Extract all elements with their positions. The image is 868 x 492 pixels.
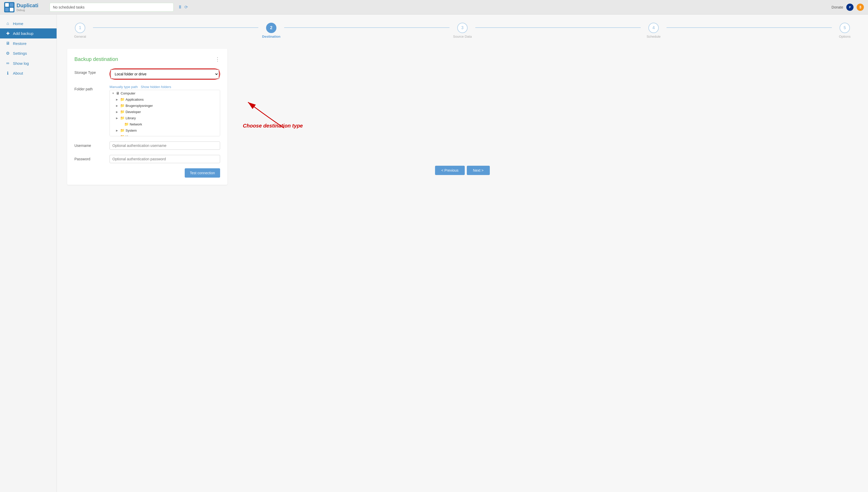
- folder-icon-library: 📁: [120, 116, 124, 120]
- step-label-source: Source Data: [453, 34, 472, 39]
- password-input[interactable]: [110, 155, 220, 163]
- next-button[interactable]: Next >: [467, 166, 490, 175]
- step-label-destination: Destination: [262, 34, 281, 39]
- tree-label-computer: Computer: [121, 91, 135, 95]
- folder-path-control: Manually type path Show hidden folders ▼…: [110, 85, 220, 136]
- home-icon: ⌂: [5, 21, 10, 26]
- step-label-options: Options: [839, 34, 851, 39]
- add-icon: ✚: [5, 31, 10, 36]
- step-label-general: General: [74, 34, 86, 39]
- status-text: No scheduled tasks: [53, 5, 85, 9]
- previous-button[interactable]: < Previous: [435, 166, 465, 175]
- tree-item-network[interactable]: 📁 Network: [110, 121, 220, 127]
- log-icon: ∞: [5, 61, 10, 66]
- tree-label-developer: Developer: [125, 110, 141, 114]
- logo-area: Duplicati Debug: [4, 2, 45, 13]
- sidebar-label-show-log: Show log: [13, 61, 29, 66]
- tree-item-developer[interactable]: ▶ 📁 Developer: [110, 109, 220, 115]
- svg-rect-3: [5, 8, 9, 11]
- step-circle-1: 1: [75, 23, 85, 33]
- test-connection-button[interactable]: Test connection: [185, 168, 220, 178]
- username-label: Username: [74, 142, 105, 148]
- storage-select-highlight: Local folder or driveFTPSFTP (SSH)WebDAV…: [110, 68, 220, 80]
- step-destination: 2 Destination: [258, 23, 284, 39]
- tree-label-users: Users: [125, 135, 134, 137]
- storage-type-control: Local folder or driveFTPSFTP (SSH)WebDAV…: [110, 68, 220, 80]
- sidebar-label-home: Home: [13, 21, 23, 26]
- tree-label-system: System: [125, 128, 137, 132]
- svg-rect-1: [5, 3, 9, 7]
- sidebar-label-settings: Settings: [13, 51, 27, 55]
- sidebar-item-home[interactable]: ⌂ Home: [0, 19, 56, 28]
- step-connector-1: [93, 27, 258, 28]
- tree-item-computer[interactable]: ▼ 🖥 Computer: [110, 90, 220, 96]
- paypal-icon[interactable]: P: [846, 4, 853, 11]
- card-header: Backup destination ⋮: [74, 56, 220, 62]
- tree-arrow-system: ▶: [116, 129, 119, 132]
- tree-label-network: Network: [130, 122, 142, 126]
- storage-type-label: Storage Type: [74, 68, 105, 75]
- step-general: 1 General: [67, 23, 93, 39]
- tree-label-brugeroplysninger: Brugeroplysninger: [125, 104, 153, 108]
- sidebar-item-show-log[interactable]: ∞ Show log: [0, 58, 56, 68]
- header-controls: ⏸ ⟳: [178, 4, 188, 10]
- sidebar-label-about: About: [13, 71, 23, 75]
- spinner-icon: ⟳: [184, 5, 188, 9]
- folder-tree[interactable]: ▼ 🖥 Computer ▶ 📁 Applications ▶ 📁: [110, 90, 220, 136]
- sidebar-label-add-backup: Add backup: [13, 31, 33, 35]
- tree-item-library[interactable]: ▶ 📁 Library: [110, 115, 220, 121]
- step-connector-4: [666, 27, 832, 28]
- backup-destination-card: Backup destination ⋮ Storage Type Local …: [67, 49, 227, 185]
- svg-rect-2: [10, 3, 14, 7]
- app-logo-icon: [4, 2, 15, 13]
- bitcoin-icon[interactable]: ₿: [857, 4, 864, 11]
- more-options-icon[interactable]: ⋮: [215, 56, 220, 62]
- tree-arrow-bruger: ▶: [116, 104, 119, 107]
- step-circle-4: 4: [649, 23, 659, 33]
- folder-icon-network: 📁: [124, 122, 128, 126]
- show-hidden-folders-link[interactable]: Show hidden folders: [141, 85, 171, 89]
- password-row: Password: [74, 155, 220, 163]
- step-connector-3: [475, 27, 641, 28]
- username-control: [110, 142, 220, 150]
- main-content: 1 General 2 Destination 3 Source Data: [57, 15, 868, 492]
- folder-icon-users: 📁: [120, 134, 124, 136]
- step-connector-2: [284, 27, 449, 28]
- storage-type-select[interactable]: Local folder or driveFTPSFTP (SSH)WebDAV…: [111, 70, 219, 78]
- sidebar-item-restore[interactable]: 🖥 Restore: [0, 39, 56, 48]
- app-subtitle: Debug: [17, 8, 38, 11]
- sidebar-item-settings[interactable]: ⚙ Settings: [0, 48, 56, 58]
- sidebar-item-about[interactable]: ℹ About: [0, 68, 56, 78]
- tree-arrow-developer: ▶: [116, 110, 119, 113]
- tree-arrow-computer: ▼: [112, 92, 115, 95]
- tree-item-system[interactable]: ▶ 📁 System: [110, 127, 220, 133]
- step-circle-2: 2: [266, 23, 276, 33]
- sidebar-item-add-backup[interactable]: ✚ Add backup: [0, 28, 56, 39]
- tree-item-users[interactable]: ▶ 📁 Users: [110, 133, 220, 136]
- about-icon: ℹ: [5, 71, 10, 76]
- manually-type-path-link[interactable]: Manually type path: [110, 85, 138, 89]
- restore-icon: 🖥: [5, 41, 10, 46]
- status-bar: No scheduled tasks: [50, 3, 173, 11]
- annotation-text: Choose destination type: [243, 123, 303, 129]
- step-source-data: 3 Source Data: [449, 23, 475, 39]
- svg-rect-4: [10, 8, 14, 11]
- tree-item-brugeroplysninger[interactable]: ▶ 📁 Brugeroplysninger: [110, 102, 220, 109]
- step-label-schedule: Schedule: [647, 34, 661, 39]
- app-header: Duplicati Debug No scheduled tasks ⏸ ⟳ D…: [0, 0, 868, 15]
- step-schedule: 4 Schedule: [641, 23, 666, 39]
- sidebar: ⌂ Home ✚ Add backup 🖥 Restore ⚙ Settings…: [0, 15, 57, 492]
- steps-wizard: 1 General 2 Destination 3 Source Data: [67, 23, 858, 39]
- tree-item-applications[interactable]: ▶ 📁 Applications: [110, 96, 220, 102]
- username-input[interactable]: [110, 142, 220, 150]
- step-circle-5: 5: [840, 23, 850, 33]
- logo-text: Duplicati Debug: [17, 3, 38, 11]
- donate-link[interactable]: Donate: [831, 5, 843, 9]
- settings-icon: ⚙: [5, 51, 10, 56]
- tree-label-library: Library: [125, 116, 136, 120]
- header-right: Donate P ₿: [831, 4, 864, 11]
- step-circle-3: 3: [457, 23, 468, 33]
- tree-arrow-applications: ▶: [116, 98, 119, 101]
- pause-icon[interactable]: ⏸: [178, 4, 182, 10]
- tree-label-applications: Applications: [125, 98, 144, 101]
